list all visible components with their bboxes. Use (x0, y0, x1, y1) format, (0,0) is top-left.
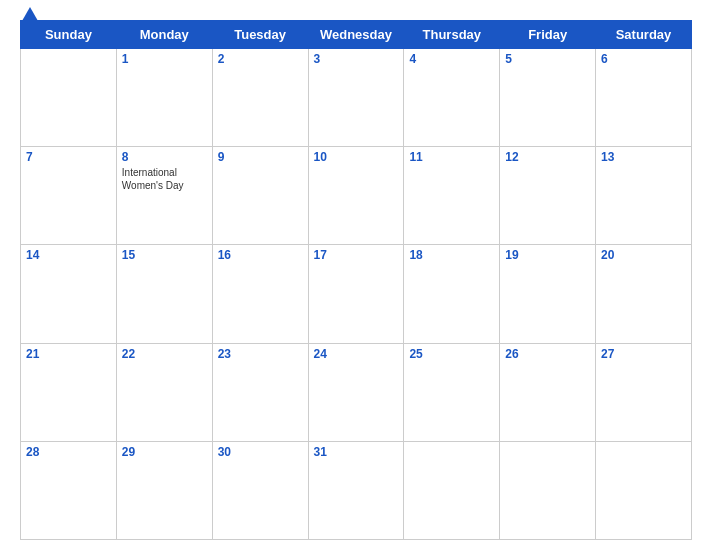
day-number: 28 (26, 445, 111, 459)
day-number: 20 (601, 248, 686, 262)
day-number: 22 (122, 347, 207, 361)
day-number: 29 (122, 445, 207, 459)
weekday-header-monday: Monday (116, 21, 212, 49)
calendar-day-cell (404, 441, 500, 539)
weekday-header-tuesday: Tuesday (212, 21, 308, 49)
calendar-day-cell: 18 (404, 245, 500, 343)
calendar-day-cell: 12 (500, 147, 596, 245)
calendar-day-cell: 24 (308, 343, 404, 441)
calendar-day-cell: 27 (596, 343, 692, 441)
day-number: 30 (218, 445, 303, 459)
day-number: 14 (26, 248, 111, 262)
calendar-day-cell: 2 (212, 49, 308, 147)
calendar-week-row: 78International Women's Day910111213 (21, 147, 692, 245)
day-number: 10 (314, 150, 399, 164)
calendar-day-cell: 6 (596, 49, 692, 147)
day-number: 13 (601, 150, 686, 164)
day-number: 17 (314, 248, 399, 262)
day-number: 11 (409, 150, 494, 164)
day-number: 27 (601, 347, 686, 361)
calendar-day-cell (21, 49, 117, 147)
calendar-day-cell: 26 (500, 343, 596, 441)
calendar-day-cell: 31 (308, 441, 404, 539)
day-number: 24 (314, 347, 399, 361)
calendar-table: SundayMondayTuesdayWednesdayThursdayFrid… (20, 20, 692, 540)
calendar-day-cell (500, 441, 596, 539)
logo (20, 7, 38, 21)
calendar-day-cell: 22 (116, 343, 212, 441)
calendar-day-cell: 20 (596, 245, 692, 343)
day-number: 19 (505, 248, 590, 262)
weekday-header-row: SundayMondayTuesdayWednesdayThursdayFrid… (21, 21, 692, 49)
logo-blue (20, 7, 38, 21)
day-number: 8 (122, 150, 207, 164)
calendar-day-cell (596, 441, 692, 539)
calendar-week-row: 123456 (21, 49, 692, 147)
calendar-day-cell: 25 (404, 343, 500, 441)
day-number: 26 (505, 347, 590, 361)
calendar-day-cell: 23 (212, 343, 308, 441)
calendar-day-cell: 17 (308, 245, 404, 343)
calendar-day-cell: 28 (21, 441, 117, 539)
calendar-day-cell: 16 (212, 245, 308, 343)
day-number: 12 (505, 150, 590, 164)
calendar-day-cell: 21 (21, 343, 117, 441)
day-number: 5 (505, 52, 590, 66)
logo-triangle-icon (22, 7, 38, 21)
calendar-day-cell: 1 (116, 49, 212, 147)
calendar-week-row: 28293031 (21, 441, 692, 539)
day-number: 3 (314, 52, 399, 66)
calendar-day-cell: 5 (500, 49, 596, 147)
calendar-day-cell: 14 (21, 245, 117, 343)
calendar-day-cell: 10 (308, 147, 404, 245)
day-number: 15 (122, 248, 207, 262)
day-number: 25 (409, 347, 494, 361)
calendar-day-cell: 13 (596, 147, 692, 245)
calendar-day-cell: 9 (212, 147, 308, 245)
calendar-day-cell: 29 (116, 441, 212, 539)
event-label: International Women's Day (122, 166, 207, 192)
day-number: 4 (409, 52, 494, 66)
calendar-day-cell: 3 (308, 49, 404, 147)
day-number: 2 (218, 52, 303, 66)
weekday-header-saturday: Saturday (596, 21, 692, 49)
calendar-day-cell: 7 (21, 147, 117, 245)
weekday-header-sunday: Sunday (21, 21, 117, 49)
calendar-week-row: 14151617181920 (21, 245, 692, 343)
calendar-day-cell: 11 (404, 147, 500, 245)
calendar-day-cell: 30 (212, 441, 308, 539)
day-number: 6 (601, 52, 686, 66)
day-number: 31 (314, 445, 399, 459)
calendar-day-cell: 8International Women's Day (116, 147, 212, 245)
weekday-header-friday: Friday (500, 21, 596, 49)
weekday-header-wednesday: Wednesday (308, 21, 404, 49)
day-number: 18 (409, 248, 494, 262)
calendar-day-cell: 15 (116, 245, 212, 343)
day-number: 23 (218, 347, 303, 361)
calendar-week-row: 21222324252627 (21, 343, 692, 441)
calendar-day-cell: 19 (500, 245, 596, 343)
day-number: 21 (26, 347, 111, 361)
day-number: 7 (26, 150, 111, 164)
day-number: 1 (122, 52, 207, 66)
calendar-day-cell: 4 (404, 49, 500, 147)
day-number: 9 (218, 150, 303, 164)
day-number: 16 (218, 248, 303, 262)
weekday-header-thursday: Thursday (404, 21, 500, 49)
